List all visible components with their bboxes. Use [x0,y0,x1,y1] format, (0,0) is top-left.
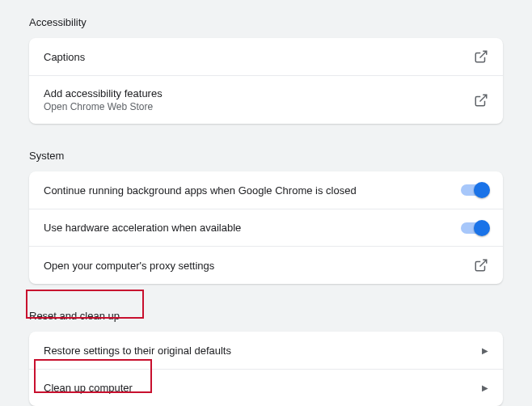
restore-defaults-label: Restore settings to their original defau… [44,345,231,357]
launch-icon [474,258,488,273]
background-apps-row[interactable]: Continue running background apps when Go… [29,171,503,209]
proxy-row[interactable]: Open your computer's proxy settings [29,246,503,284]
section-title-accessibility: Accessibility [29,10,503,35]
section-title-reset: Reset and clean up [29,303,503,328]
chevron-right-icon: ▶ [482,383,488,392]
background-apps-label: Continue running background apps when Go… [44,184,357,197]
accessibility-card: Captions Add accessibility features Open… [29,38,503,124]
reset-card: Restore settings to their original defau… [29,332,503,406]
restore-defaults-row[interactable]: Restore settings to their original defau… [29,332,503,369]
add-accessibility-sub: Open Chrome Web Store [44,101,163,112]
captions-label: Captions [44,51,85,63]
add-accessibility-label: Add accessibility features [44,87,163,99]
chevron-right-icon: ▶ [482,346,488,355]
hw-accel-row[interactable]: Use hardware acceleration when available [29,209,503,246]
launch-icon [474,93,488,108]
proxy-label: Open your computer's proxy settings [44,260,214,272]
hw-accel-toggle[interactable] [461,222,488,234]
clean-up-label: Clean up computer [44,382,133,394]
clean-up-row[interactable]: Clean up computer ▶ [29,369,503,406]
background-apps-toggle[interactable] [461,184,488,196]
section-title-system: System [29,143,503,168]
captions-row[interactable]: Captions [29,38,503,75]
system-card: Continue running background apps when Go… [29,171,503,284]
launch-icon [474,49,488,64]
hw-accel-label: Use hardware acceleration when available [44,222,241,234]
add-accessibility-row[interactable]: Add accessibility features Open Chrome W… [29,75,503,124]
